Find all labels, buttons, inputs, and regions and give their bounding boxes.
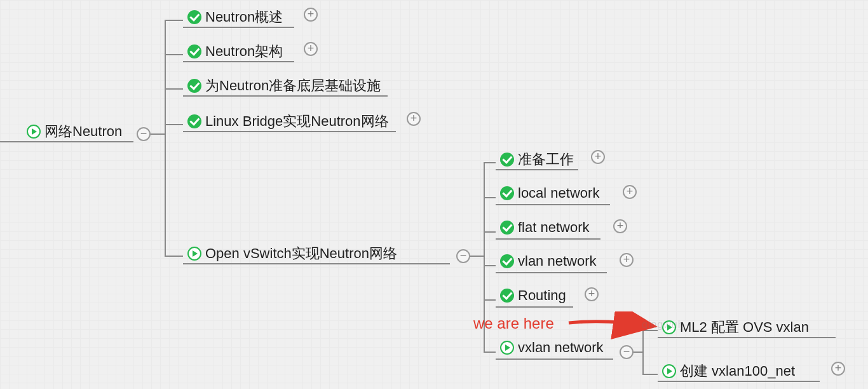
node-flat-network[interactable]: flat network <box>499 218 591 237</box>
check-icon <box>187 10 201 24</box>
expand-toggle[interactable] <box>304 8 318 22</box>
collapse-toggle[interactable] <box>456 249 470 263</box>
node-label: 为Neutron准备底层基础设施 <box>205 76 381 95</box>
node-root[interactable]: 网络Neutron <box>25 121 123 142</box>
check-icon <box>500 289 514 303</box>
node-label: local network <box>518 185 599 201</box>
node-label: 准备工作 <box>518 150 574 169</box>
node-vxlan-network[interactable]: vxlan network <box>499 338 605 357</box>
node-label: 创建 vxlan100_net <box>680 362 795 381</box>
node-local-network[interactable]: local network <box>499 184 600 203</box>
check-icon <box>500 186 514 200</box>
node-underline <box>496 238 600 240</box>
play-icon <box>500 341 514 355</box>
expand-toggle[interactable] <box>623 185 637 199</box>
check-icon <box>187 79 201 93</box>
expand-toggle[interactable] <box>407 112 421 126</box>
node-underline <box>496 204 610 205</box>
node-vlan-network[interactable]: vlan network <box>499 252 598 271</box>
node-label: Neutron概述 <box>205 8 283 27</box>
node-label: Linux Bridge实现Neutron网络 <box>205 112 389 131</box>
expand-toggle[interactable] <box>620 253 634 267</box>
play-icon <box>662 364 676 378</box>
check-icon <box>500 254 514 268</box>
node-neutron-infra[interactable]: 为Neutron准备底层基础设施 <box>186 75 382 97</box>
node-underline <box>658 381 820 382</box>
node-label: ML2 配置 OVS vxlan <box>680 318 809 337</box>
node-routing[interactable]: Routing <box>499 286 567 305</box>
node-underline <box>183 95 388 97</box>
check-icon <box>500 153 514 167</box>
node-underline <box>496 169 578 170</box>
node-neutron-overview[interactable]: Neutron概述 <box>186 6 284 28</box>
check-icon <box>187 114 201 128</box>
annotation-we-are-here: we are here <box>473 315 554 332</box>
watermark-text: qingwuh <box>642 319 684 331</box>
node-label: vxlan network <box>518 339 604 356</box>
node-label: Open vSwitch实现Neutron网络 <box>205 244 397 263</box>
expand-toggle[interactable] <box>304 42 318 56</box>
node-underline <box>496 358 613 360</box>
node-underline <box>183 61 294 62</box>
collapse-toggle[interactable] <box>620 345 634 359</box>
check-icon <box>187 44 201 58</box>
node-underline <box>183 27 294 28</box>
node-label: 网络Neutron <box>44 122 122 141</box>
node-label: Routing <box>518 287 566 304</box>
expand-toggle[interactable] <box>831 362 845 376</box>
check-icon <box>500 221 514 235</box>
node-linux-bridge[interactable]: Linux Bridge实现Neutron网络 <box>186 111 390 132</box>
node-open-vswitch[interactable]: Open vSwitch实现Neutron网络 <box>186 243 398 264</box>
node-underline <box>496 306 573 308</box>
node-neutron-architecture[interactable]: Neutron架构 <box>186 41 284 62</box>
collapse-toggle-root[interactable] <box>137 127 151 141</box>
node-label: vlan network <box>518 253 597 270</box>
expand-toggle[interactable] <box>591 150 605 164</box>
node-underline <box>658 337 836 338</box>
expand-toggle[interactable] <box>585 287 599 301</box>
node-label: flat network <box>518 219 590 236</box>
node-label: Neutron架构 <box>205 42 283 61</box>
expand-toggle[interactable] <box>613 219 627 233</box>
node-create-vxlan100[interactable]: 创建 vxlan100_net <box>661 360 796 382</box>
node-prep[interactable]: 准备工作 <box>499 149 575 170</box>
node-underline <box>496 272 607 273</box>
play-icon <box>187 247 201 261</box>
play-icon <box>27 125 41 139</box>
node-underline <box>0 141 133 142</box>
node-underline <box>183 131 396 132</box>
node-underline <box>183 263 450 264</box>
